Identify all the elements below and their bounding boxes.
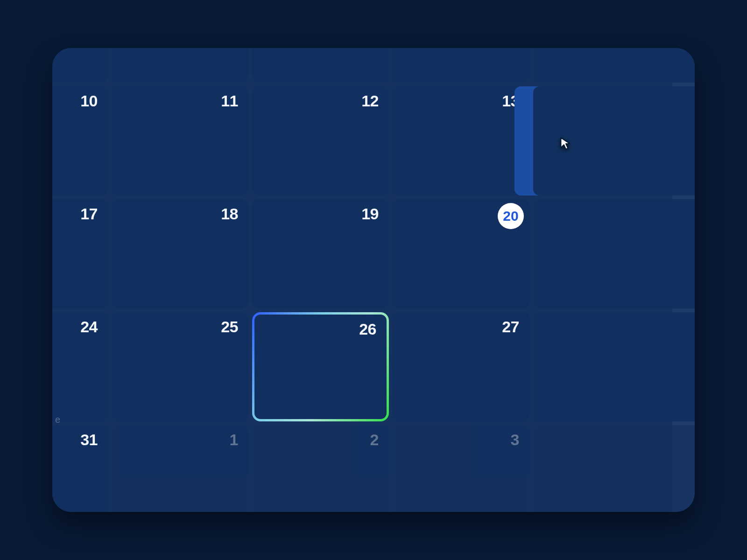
day-number: 12	[361, 92, 379, 110]
day-number: 3	[511, 431, 519, 449]
today-number: 20	[503, 208, 518, 224]
calendar-cell[interactable]: 12	[252, 86, 389, 196]
calendar-card: 101112131417181920212425262728311234 e	[52, 48, 695, 512]
day-number: 11	[221, 92, 238, 110]
calendar-cell[interactable]	[393, 48, 529, 83]
calendar-cell[interactable]: 17	[52, 199, 108, 308]
calendar-cell[interactable]: 4	[533, 425, 695, 512]
calendar-cell[interactable]: 11	[112, 86, 248, 196]
day-number: 26	[359, 320, 376, 338]
calendar-cell[interactable]: 19	[252, 199, 389, 308]
calendar-cell[interactable]: 13	[393, 86, 529, 196]
calendar-cell[interactable]: 21	[533, 199, 695, 308]
day-number: 18	[221, 205, 238, 223]
day-number: 17	[80, 205, 98, 223]
calendar-cell[interactable]: 28	[533, 312, 695, 421]
partial-label: e	[55, 414, 60, 425]
calendar-grid: 101112131417181920212425262728311234	[52, 48, 695, 512]
calendar-cell[interactable]: 31	[52, 425, 108, 512]
day-number: 24	[80, 318, 98, 336]
calendar-cell[interactable]: 1	[112, 425, 248, 512]
day-number: 31	[80, 431, 98, 449]
calendar-cell[interactable]: 18	[112, 199, 248, 308]
today-badge[interactable]: 20	[498, 203, 524, 229]
day-number: 19	[361, 205, 379, 223]
calendar-cell[interactable]: 26	[252, 312, 389, 421]
calendar-cell[interactable]: 25	[112, 312, 248, 421]
calendar-cell[interactable]: 10	[52, 86, 108, 196]
day-number: 10	[80, 92, 98, 110]
day-number: 27	[502, 318, 519, 336]
calendar-cell[interactable]: 3	[393, 425, 529, 512]
cursor-icon	[559, 137, 571, 151]
day-number: 1	[230, 431, 238, 449]
calendar-cell[interactable]: 2	[252, 425, 389, 512]
calendar-cell[interactable]: 20	[393, 199, 529, 308]
calendar-cell[interactable]	[533, 48, 695, 83]
calendar-cell[interactable]	[52, 48, 108, 83]
calendar-cell[interactable]	[252, 48, 389, 83]
day-number: 2	[370, 431, 379, 449]
calendar-cell[interactable]	[112, 48, 248, 83]
calendar-cell[interactable]: 24	[52, 312, 108, 421]
calendar-cell[interactable]: 27	[393, 312, 529, 421]
calendar-cell[interactable]: 14	[533, 86, 695, 196]
day-number: 25	[221, 318, 238, 336]
